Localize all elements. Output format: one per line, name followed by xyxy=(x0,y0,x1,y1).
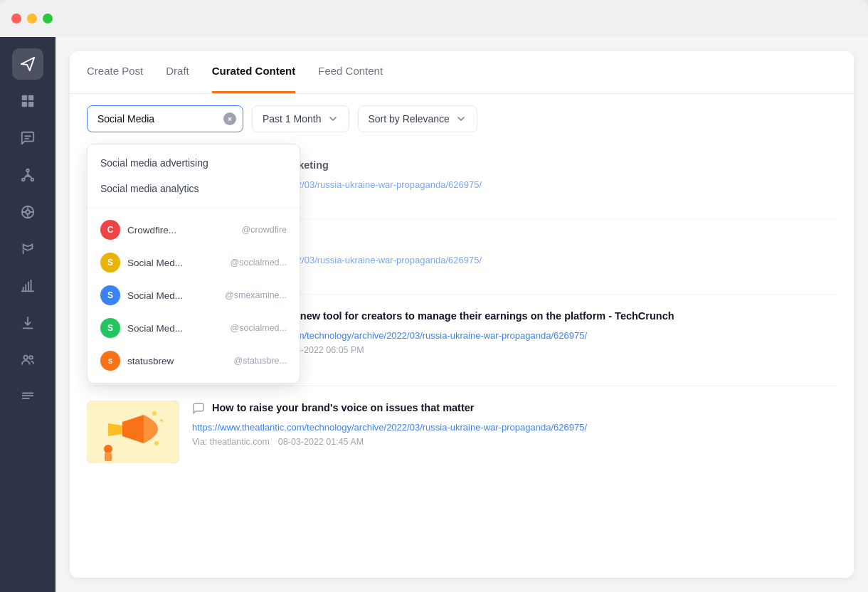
autocomplete-text-section: Social media advertising Social media an… xyxy=(88,144,300,208)
autocomplete-account-item-2[interactable]: S Social Med... @smexamine... xyxy=(88,279,300,312)
item-icon-title-4: How to raise your brand's voice on issue… xyxy=(192,401,837,418)
sidebar-item-list[interactable] xyxy=(12,381,43,413)
sidebar-item-messages[interactable] xyxy=(12,122,43,154)
sort-filter-label: Sort by Relevance xyxy=(369,113,450,125)
account-avatar-4: s xyxy=(100,351,120,371)
sidebar-item-analytics[interactable] xyxy=(12,270,43,302)
autocomplete-dropdown: Social media advertising Social media an… xyxy=(87,144,300,384)
search-clear-button[interactable]: × xyxy=(223,112,236,125)
tab-create-post[interactable]: Create Post xyxy=(87,51,143,93)
sidebar-item-campaigns[interactable] xyxy=(12,233,43,265)
sidebar-item-network[interactable] xyxy=(12,159,43,191)
item-body-4: How to raise your brand's voice on issue… xyxy=(192,401,837,447)
item-title-4: How to raise your brand's voice on issue… xyxy=(212,401,474,415)
chevron-down-icon-sort xyxy=(455,113,467,125)
close-button[interactable] xyxy=(11,14,21,23)
sidebar-item-support[interactable] xyxy=(12,196,43,228)
svg-rect-0 xyxy=(22,95,27,100)
sidebar-item-send[interactable] xyxy=(12,48,43,80)
svg-point-20 xyxy=(160,419,163,422)
account-handle-1: @socialmed... xyxy=(231,258,287,268)
account-handle-4: @statusbre... xyxy=(233,356,287,366)
svg-rect-3 xyxy=(28,102,33,107)
account-avatar-2: S xyxy=(100,285,120,305)
chevron-down-icon xyxy=(327,113,339,125)
sort-filter-dropdown[interactable]: Sort by Relevance xyxy=(358,105,477,132)
svg-point-21 xyxy=(154,441,159,445)
svg-rect-2 xyxy=(22,102,27,107)
account-name-3: Social Med... xyxy=(127,323,223,334)
item-thumbnail-4 xyxy=(87,401,179,463)
account-handle-3: @socialmed... xyxy=(231,323,287,333)
svg-point-8 xyxy=(26,210,30,214)
maximize-button[interactable] xyxy=(43,14,53,23)
main-panel: Create Post Draft Curated Content Feed C… xyxy=(70,51,854,578)
autocomplete-account-item-0[interactable]: C Crowdfire... @crowdfire xyxy=(88,213,300,246)
sidebar-item-team[interactable] xyxy=(12,344,43,376)
app-body: Create Post Draft Curated Content Feed C… xyxy=(0,37,868,592)
autocomplete-text-item-1[interactable]: Social media analytics xyxy=(88,176,300,201)
content-area: Create Post Draft Curated Content Feed C… xyxy=(55,37,868,592)
account-avatar-1: S xyxy=(100,253,120,273)
account-name-2: Social Med... xyxy=(127,290,218,301)
autocomplete-account-item-3[interactable]: S Social Med... @socialmed... xyxy=(88,312,300,344)
content-item-4: How to raise your brand's voice on issue… xyxy=(87,386,837,477)
filter-bar: × Past 1 Month Sort by Relevance Social … xyxy=(70,94,854,144)
item-date-4: 08-03-2022 01:45 AM xyxy=(278,437,364,447)
tabs-bar: Create Post Draft Curated Content Feed C… xyxy=(70,51,854,94)
search-input[interactable] xyxy=(87,105,243,132)
item-meta-4: Via: theatlantic.com 08-03-2022 01:45 AM xyxy=(192,437,837,447)
account-name-4: statusbrew xyxy=(127,356,226,366)
account-avatar-0: C xyxy=(100,220,120,240)
tab-feed-content[interactable]: Feed Content xyxy=(318,51,383,93)
chat-icon-4 xyxy=(192,402,205,418)
account-handle-0: @crowdfire xyxy=(242,225,287,235)
item-via-4: Via: theatlantic.com xyxy=(192,437,270,447)
sidebar-item-import[interactable] xyxy=(12,307,43,339)
tab-curated-content[interactable]: Curated Content xyxy=(212,51,296,93)
window-chrome xyxy=(0,0,868,37)
sidebar xyxy=(0,37,55,592)
autocomplete-accounts-section: C Crowdfire... @crowdfire S Social Med..… xyxy=(88,208,300,383)
time-filter-label: Past 1 Month xyxy=(263,113,322,125)
minimize-button[interactable] xyxy=(27,14,37,23)
svg-point-22 xyxy=(104,445,112,453)
sidebar-item-dashboard[interactable] xyxy=(12,85,43,117)
autocomplete-account-item-4[interactable]: s statusbrew @statusbre... xyxy=(88,344,300,377)
item-link-4[interactable]: https://www.theatlantic.com/technology/a… xyxy=(192,422,837,433)
time-filter-dropdown[interactable]: Past 1 Month xyxy=(252,105,349,132)
account-name-0: Crowdfire... xyxy=(127,225,235,236)
account-name-1: Social Med... xyxy=(127,258,223,268)
svg-point-9 xyxy=(24,356,28,360)
autocomplete-text-item-0[interactable]: Social media advertising xyxy=(88,150,300,176)
svg-point-19 xyxy=(152,411,157,416)
tab-draft[interactable]: Draft xyxy=(166,51,189,93)
svg-point-10 xyxy=(29,356,33,359)
account-handle-2: @smexamine... xyxy=(225,290,287,300)
svg-rect-23 xyxy=(105,453,112,461)
account-avatar-3: S xyxy=(100,318,120,338)
search-input-wrapper: × xyxy=(87,105,243,132)
svg-rect-1 xyxy=(28,95,33,100)
autocomplete-account-item-1[interactable]: S Social Med... @socialmed... xyxy=(88,246,300,279)
